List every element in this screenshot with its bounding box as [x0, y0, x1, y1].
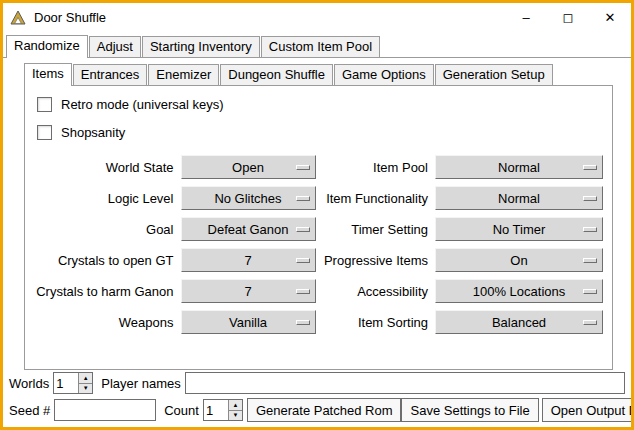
- outer-tab-bar: Randomize Adjust Starting Inventory Cust…: [3, 32, 631, 58]
- dropdown-indicator-icon: [296, 227, 310, 232]
- dropdown-indicator-icon: [583, 227, 597, 232]
- item-pool-label: Item Pool: [316, 160, 436, 175]
- dropdown-indicator-icon: [296, 289, 310, 294]
- tab-dungeon-shuffle[interactable]: Dungeon Shuffle: [220, 64, 333, 85]
- shopsanity-label: Shopsanity: [61, 125, 125, 140]
- footer: Worlds ▲ ▼ Player names Seed # Count ▲ ▼: [3, 368, 631, 427]
- settings-grid: World State Open Logic Level No Glitches…: [25, 155, 612, 341]
- generate-patched-rom-button[interactable]: Generate Patched Rom: [247, 398, 402, 422]
- weapons-value: Vanilla: [229, 315, 267, 330]
- dropdown-indicator-icon: [583, 320, 597, 325]
- worlds-label: Worlds: [9, 376, 49, 391]
- dropdown-indicator-icon: [583, 258, 597, 263]
- tab-entrances[interactable]: Entrances: [73, 64, 148, 85]
- seed-label: Seed #: [9, 403, 50, 418]
- count-label: Count: [164, 403, 199, 418]
- crystals-open-gt-value: 7: [244, 253, 251, 268]
- tab-game-options[interactable]: Game Options: [334, 64, 434, 85]
- item-functionality-dropdown[interactable]: Normal: [435, 186, 603, 210]
- dropdown-indicator-icon: [296, 320, 310, 325]
- weapons-dropdown[interactable]: Vanilla: [181, 310, 316, 334]
- dropdown-indicator-icon: [583, 289, 597, 294]
- logic-level-label: Logic Level: [25, 191, 181, 206]
- maximize-icon[interactable]: ◻: [547, 3, 589, 32]
- close-icon[interactable]: ✕: [589, 3, 631, 32]
- timer-setting-dropdown[interactable]: No Timer: [435, 217, 603, 241]
- dropdown-indicator-icon: [296, 258, 310, 263]
- dropdown-indicator-icon: [296, 196, 310, 201]
- setting-row: Weapons Vanilla: [25, 310, 316, 334]
- tab-generation-setup[interactable]: Generation Setup: [435, 64, 553, 85]
- progressive-items-label: Progressive Items: [316, 253, 436, 268]
- setting-row: Logic Level No Glitches: [25, 186, 316, 210]
- logic-level-value: No Glitches: [214, 191, 281, 206]
- timer-setting-value: No Timer: [493, 222, 546, 237]
- spinner-down-icon[interactable]: ▼: [229, 410, 242, 421]
- footer-row-2: Seed # Count ▲ ▼ Generate Patched Rom Sa…: [9, 398, 625, 422]
- crystals-open-gt-label: Crystals to open GT: [25, 253, 181, 268]
- setting-row: Item Sorting Balanced: [316, 310, 607, 334]
- dropdown-indicator-icon: [583, 165, 597, 170]
- tab-custom-item-pool[interactable]: Custom Item Pool: [261, 36, 380, 57]
- world-state-dropdown[interactable]: Open: [181, 155, 316, 179]
- app-icon: [10, 10, 26, 26]
- logic-level-dropdown[interactable]: No Glitches: [181, 186, 316, 210]
- window-title: Door Shuffle: [34, 10, 106, 25]
- items-panel: Retro mode (universal keys) Shopsanity W…: [24, 85, 613, 370]
- worlds-stepper[interactable]: ▲ ▼: [53, 372, 93, 394]
- setting-row: Item Functionality Normal: [316, 186, 607, 210]
- player-names-input[interactable]: [185, 372, 625, 394]
- open-output-directory-button[interactable]: Open Output Directory: [542, 398, 634, 422]
- minimize-icon[interactable]: –: [505, 3, 547, 32]
- item-pool-dropdown[interactable]: Normal: [435, 155, 603, 179]
- seed-input[interactable]: [54, 399, 156, 421]
- tab-items[interactable]: Items: [24, 63, 72, 86]
- worlds-input[interactable]: [54, 373, 78, 393]
- accessibility-dropdown[interactable]: 100% Locations: [435, 279, 603, 303]
- retro-mode-checkbox[interactable]: [37, 97, 52, 112]
- retro-mode-label: Retro mode (universal keys): [61, 97, 224, 112]
- item-sorting-label: Item Sorting: [316, 315, 436, 330]
- shopsanity-checkbox[interactable]: [37, 125, 52, 140]
- setting-row: Item Pool Normal: [316, 155, 607, 179]
- setting-row: Progressive Items On: [316, 248, 607, 272]
- world-state-label: World State: [25, 160, 181, 175]
- spinner-down-icon[interactable]: ▼: [79, 383, 92, 394]
- setting-row: Accessibility 100% Locations: [316, 279, 607, 303]
- retro-mode-option[interactable]: Retro mode (universal keys): [37, 97, 612, 112]
- count-stepper[interactable]: ▲ ▼: [203, 399, 243, 421]
- item-pool-value: Normal: [498, 160, 540, 175]
- accessibility-value: 100% Locations: [473, 284, 566, 299]
- setting-row: Crystals to harm Ganon 7: [25, 279, 316, 303]
- item-sorting-dropdown[interactable]: Balanced: [435, 310, 603, 334]
- setting-row: Timer Setting No Timer: [316, 217, 607, 241]
- tab-adjust[interactable]: Adjust: [89, 36, 141, 57]
- world-state-value: Open: [232, 160, 264, 175]
- shopsanity-option[interactable]: Shopsanity: [37, 125, 612, 140]
- crystals-open-gt-dropdown[interactable]: 7: [181, 248, 316, 272]
- crystals-harm-ganon-dropdown[interactable]: 7: [181, 279, 316, 303]
- weapons-label: Weapons: [25, 315, 181, 330]
- goal-dropdown[interactable]: Defeat Ganon: [181, 217, 316, 241]
- window-controls: – ◻ ✕: [505, 3, 631, 32]
- count-spin-buttons: ▲ ▼: [228, 400, 242, 420]
- tab-starting-inventory[interactable]: Starting Inventory: [142, 36, 260, 57]
- item-functionality-label: Item Functionality: [316, 191, 436, 206]
- spinner-up-icon[interactable]: ▲: [229, 400, 242, 410]
- spinner-up-icon[interactable]: ▲: [79, 373, 92, 383]
- tab-randomize[interactable]: Randomize: [6, 35, 88, 58]
- item-sorting-value: Balanced: [492, 315, 546, 330]
- count-input[interactable]: [204, 400, 228, 420]
- footer-row-1: Worlds ▲ ▼ Player names: [9, 371, 625, 395]
- worlds-spin-buttons: ▲ ▼: [78, 373, 92, 393]
- goal-label: Goal: [25, 222, 181, 237]
- settings-column-left: World State Open Logic Level No Glitches…: [25, 155, 316, 341]
- save-settings-button[interactable]: Save Settings to File: [401, 398, 538, 422]
- progressive-items-value: On: [510, 253, 527, 268]
- progressive-items-dropdown[interactable]: On: [435, 248, 603, 272]
- titlebar: Door Shuffle – ◻ ✕: [3, 3, 631, 32]
- tab-enemizer[interactable]: Enemizer: [148, 64, 219, 85]
- app-window: Door Shuffle – ◻ ✕ Randomize Adjust Star…: [0, 0, 634, 430]
- accessibility-label: Accessibility: [316, 284, 436, 299]
- dropdown-indicator-icon: [296, 165, 310, 170]
